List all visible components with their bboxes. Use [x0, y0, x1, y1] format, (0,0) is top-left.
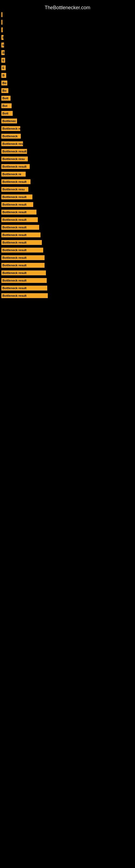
bar-row: Bottleneck result	[1, 278, 134, 283]
bar: Bottleneck result	[1, 248, 43, 252]
bar-row: B	[1, 72, 134, 79]
bar: E	[1, 58, 5, 63]
bar: Bo	[1, 81, 7, 86]
bar-row: Bot	[1, 103, 134, 109]
bar: Bottleneck result	[1, 194, 32, 199]
bar: B	[1, 50, 5, 55]
bar-row: Bottleneck re	[1, 171, 134, 177]
bar: Bottleneck resu	[1, 141, 23, 146]
bar-row: Bottleneck result	[1, 232, 134, 238]
bar-row: Bo	[1, 80, 134, 86]
bar-row: E	[1, 27, 134, 33]
bar	[1, 12, 2, 17]
bar-row: Bottleneck result	[1, 285, 134, 291]
bar: E	[1, 42, 4, 48]
bar: Bottleneck result	[1, 286, 47, 290]
bar: Bott	[1, 96, 10, 101]
bar-row: Bottleneck result	[1, 247, 134, 253]
bar: Bottleneck result	[1, 240, 42, 245]
bar: Bottleneck result	[1, 271, 46, 275]
bar-row: E	[1, 42, 134, 48]
bar: Bottleneck result	[1, 263, 45, 268]
bar: Bottleneck resu	[1, 187, 28, 192]
bar-row: Bottleneck result	[1, 209, 134, 215]
bar-row: Bottleneck result	[1, 194, 134, 200]
bar: Bottleneck result	[1, 255, 45, 260]
bar: Bottleneck result	[1, 164, 30, 169]
bar: Bottlenec	[1, 119, 17, 123]
bar-row: Bottleneck resu	[1, 141, 134, 147]
bar-row	[1, 19, 134, 25]
bar: B	[1, 73, 6, 78]
bar-row: Bottleneck result	[1, 202, 134, 208]
bar-row: Bottleneck result	[1, 148, 134, 154]
bar-row: Bottleneck re	[1, 126, 134, 131]
bar-row: Bottleneck result	[1, 217, 134, 223]
bar: E	[1, 35, 3, 40]
chart-container: TheBottlenecker.com EEEBEEBBoBoBottBotBo…	[0, 0, 135, 303]
bar-row: E	[1, 57, 134, 63]
bar: Bottleneck result	[1, 217, 38, 222]
bar-row: Bottleneck result	[1, 163, 134, 169]
bar-row: Bottleneck resu	[1, 156, 134, 162]
bar-row: E	[1, 34, 134, 40]
bar: Bot	[1, 103, 12, 108]
bars-container: EEEBEEBBoBoBottBotBottBottlenecBottlenec…	[1, 12, 134, 299]
bar: E	[1, 65, 6, 70]
bar: Bott	[1, 111, 13, 116]
bar-row: Bottlenec	[1, 118, 134, 124]
bar: Bottleneck re	[1, 172, 26, 177]
bar-row: Bottleneck result	[1, 179, 134, 185]
bar: Bottleneck result	[1, 293, 48, 298]
bar-row: E	[1, 65, 134, 71]
bar: Bottleneck result	[1, 210, 37, 215]
site-title: TheBottlenecker.com	[1, 3, 134, 12]
bar-row: B	[1, 50, 134, 56]
bar: Bo	[1, 88, 8, 93]
bar: Bottleneck resu	[1, 156, 28, 161]
bar-row: Bottleneck result	[1, 255, 134, 261]
bar: Bottleneck result	[1, 278, 47, 283]
bar: Bottleneck result	[1, 202, 33, 207]
bar-row: Bo	[1, 88, 134, 94]
bar-row: Bottleneck result	[1, 224, 134, 230]
bar: Bottleneck re	[1, 126, 20, 131]
bar: Bottleneck result	[1, 149, 27, 154]
bar-row: Bottleneck result	[1, 262, 134, 268]
bar: Bottleneck result	[1, 225, 39, 230]
bar-row	[1, 12, 134, 18]
bar-row: Bottleneck result	[1, 240, 134, 246]
bar-row: Bottleneck resu	[1, 186, 134, 192]
bar: E	[1, 27, 3, 32]
bar: Bottleneck result	[1, 179, 31, 184]
bar-row: Bottleneck result	[1, 270, 134, 276]
bar: Bottleneck result	[1, 232, 41, 237]
bar-row: Bottleneck	[1, 133, 134, 139]
bar-row: Bottleneck result	[1, 293, 134, 299]
bar-row: Bott	[1, 111, 134, 116]
bar-row: Bott	[1, 95, 134, 101]
bar: Bottleneck	[1, 134, 21, 138]
bar	[1, 20, 2, 25]
